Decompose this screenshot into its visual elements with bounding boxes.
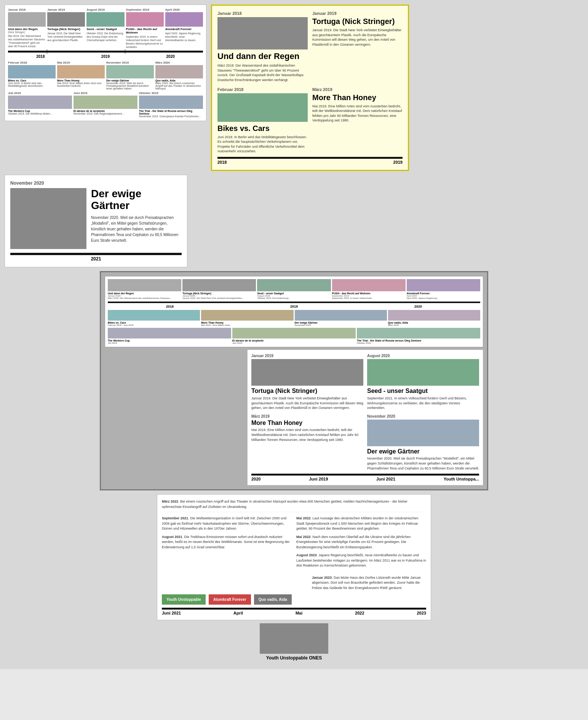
bg-entry-2: Mai 2022. Laut Aussage des ukrainischen … [296, 516, 426, 532]
timeline-axis-1 [8, 51, 203, 53]
mrp-body-4: November 2020. Weil sie durch Preisabspr… [367, 456, 479, 471]
mrp-body-3: September 2021. In einem Volksscheid for… [367, 396, 479, 410]
cb-title-2: More Than Honey [57, 79, 105, 82]
igm-title-2: More Than Honey [201, 321, 293, 324]
mrp-label-youth: Youth Unstoppa... [444, 477, 479, 481]
entry-march2022: März 2022. Bei einem russischen Angriff … [162, 499, 426, 512]
ig-text-5: April 2020. Japans Regierung... [407, 297, 480, 300]
y-title-2: Tortuga (Nick Stringer) [312, 17, 403, 26]
date-label-1: Januar 2018 [8, 8, 46, 11]
y-title-4: More Than Honey [312, 93, 403, 102]
bottom-section: März 2022. Bei einem russischen Angriff … [157, 494, 431, 620]
igb-2: El abrazo de la serpiente Juni 2019 [232, 328, 356, 345]
title-2: Tortuga (Nick Stringer) [47, 27, 85, 31]
bg-entry-1: September 2021. Die Weltwetterorganisati… [162, 516, 292, 532]
mrp-title-1: Tortuga (Nick Stringer) [251, 388, 363, 394]
cb-item-1: Februar 2018 Bikes vs. Cars Juni 2018. I… [8, 61, 56, 90]
inner-grid-mid: Bikes vs. Cars Februar 2018 - Juni 2018 … [108, 310, 480, 326]
color-blocks: Youth Unstoppable Atomkraft Forever Quo … [162, 594, 426, 605]
igm-text-2: Mai 2019 - Eine Million Arten [201, 324, 293, 326]
y-year-2018: 2018 [217, 160, 227, 164]
date-label-4: September 2019 [126, 8, 164, 11]
igm-img-3 [295, 310, 387, 321]
by-april: April [233, 611, 243, 615]
bg-date-1: September 2021 [162, 516, 188, 520]
igb-img-3 [357, 328, 480, 338]
year-2020: 2020 [166, 54, 175, 59]
year-2019: 2019 [101, 54, 110, 59]
year-2018: 2018 [36, 54, 45, 59]
ig-text-2: Januar 2019. Die Stadt New York verbiete… [182, 297, 256, 300]
cg3-2: Juni 2019 El abrazo de la serpiente Nove… [74, 91, 137, 118]
cg3-date-1: Juli 2019 [8, 91, 72, 95]
ig-text-4: September 2019. In einem Volksscheid... [332, 297, 406, 300]
mrp-year-2021: Juni 2021 [376, 477, 395, 481]
bg-entry-3: Mai 2022. Nach dem russischen Überfall a… [296, 535, 426, 550]
ig-text-3: Oktober 2019. Die Entdeckung... [257, 297, 331, 300]
y-years: 2018 2019 [217, 160, 403, 164]
mrp-date-4: November 2020 [367, 414, 479, 418]
compact-col-1: Januar 2018 Und dann der Regen (Nick Str… [8, 8, 46, 49]
mrp-date-1: Januar 2019 [251, 354, 363, 358]
ig-5: Atomkraft Forever April 2020 April 2020.… [407, 279, 480, 300]
ig-img-2 [182, 279, 256, 291]
row2: November 2020 Der ewige Gärtner November… [5, 175, 583, 267]
ewige-date: November 2020 [10, 180, 182, 186]
bg-text-2: Laut Aussage des ukrainischen Militärs w… [296, 516, 418, 530]
cb-title-3: Der ewige Gärtner [106, 79, 154, 82]
mrp-title-2: More Than Honey [251, 420, 363, 426]
y-year-2019: 2019 [393, 160, 403, 164]
cb-text-4: März 2020. Bei einem russischen Angriff … [155, 82, 203, 90]
y-img-1 [217, 17, 308, 49]
mrp-body-2: Mai 2019. Eine Million Arten sind vom Au… [251, 428, 363, 442]
mrp-img-3 [367, 359, 479, 386]
igm-title-3: Der ewige Gärtner [295, 321, 387, 324]
ig-text-1: März 2018. Der Wasserstand des südafrika… [108, 297, 181, 300]
cb-img-3 [106, 65, 154, 78]
cg3-img-1 [8, 96, 72, 109]
compact-timeline-panel: Januar 2018 Und dann der Regen (Nick Str… [5, 5, 206, 121]
img-4 [126, 12, 164, 27]
cg3-text-3: November 2019. Greenpeace-Kaniski Porosh… [139, 115, 203, 118]
ig-title-3: Seed - unser Saatgut [257, 292, 331, 295]
ewige-text-col: Der ewige Gärtner November 2020. Weil si… [91, 188, 182, 249]
igb-1: The Workers Cup Juli 2019 [108, 328, 231, 345]
igm-img-1 [108, 310, 200, 321]
ewige-body: November 2020. Weil sie durch Preisabspr… [91, 215, 182, 243]
mrp-2: März 2019 More Than Honey Mai 2019. Eine… [251, 414, 363, 471]
bg-date-2: Mai 2022 [296, 516, 311, 520]
mrp-title-3: Seed - unser Saatgut [367, 388, 479, 394]
iy-2019: 2019 [290, 305, 298, 308]
compact-col-5: April 2020 Atomkraft Forever April 2020.… [165, 8, 203, 49]
img-3 [86, 12, 124, 27]
igb-title-1: The Workers Cup [108, 339, 231, 342]
date-label-3: August 2019 [86, 8, 124, 11]
by-2023: 2023 [417, 611, 426, 615]
mrp-axis [251, 474, 479, 476]
cg3-title-3: The Trial - the State of Russia versus O… [139, 110, 203, 115]
ig-title-4: PUSH - das Recht auf Wohnen [332, 292, 406, 295]
mrp-img-4 [367, 420, 479, 446]
mrp-1: Januar 2019 Tortuga (Nick Stringer) Janu… [251, 354, 363, 410]
cb-img-4 [155, 65, 203, 78]
ig-3: Seed - unser Saatgut August 2019 Oktober… [257, 279, 331, 300]
compact-grid-top: Januar 2018 Und dann der Regen (Nick Str… [8, 8, 203, 49]
tick-1 [47, 49, 47, 54]
mrp-years: 2020 Juni 2019 Juni 2021 Youth Unstoppa.… [251, 477, 479, 481]
cb-date-1: Februar 2018 [8, 61, 56, 64]
title-3: Seed - unser Saatgut [86, 27, 124, 31]
y-axis [217, 157, 403, 159]
inner-axis [108, 302, 480, 303]
igm-img-2 [201, 310, 293, 321]
ig-1: Und dann der Regen Januar 2018 März 2018… [108, 279, 181, 300]
compact-col-4: September 2019 PUSH - das Recht auf Wohn… [126, 8, 164, 49]
em-text: Bei einem russischen Angriff auf das The… [162, 500, 407, 509]
y-body-2: Januar 2019. Die Stadt New York verbiete… [312, 28, 403, 47]
mrp-4: November 2020 Der ewige Gärtner November… [367, 414, 479, 471]
text-2: Januar 2019. Die Stadt New York verbiete… [47, 32, 85, 42]
bg-entry-6: August 2023. Japans Regierung beschließt… [296, 553, 426, 568]
text-1: Mai 2018. Der Wasserstand des südafrikan… [8, 34, 46, 48]
cg3-title-2: El abrazo de la serpiente [74, 110, 137, 112]
title-1: Und dann der Regen [8, 27, 46, 31]
cb-text-1: Juni 2018. In Berlin wird das Mobilitäts… [8, 82, 56, 87]
